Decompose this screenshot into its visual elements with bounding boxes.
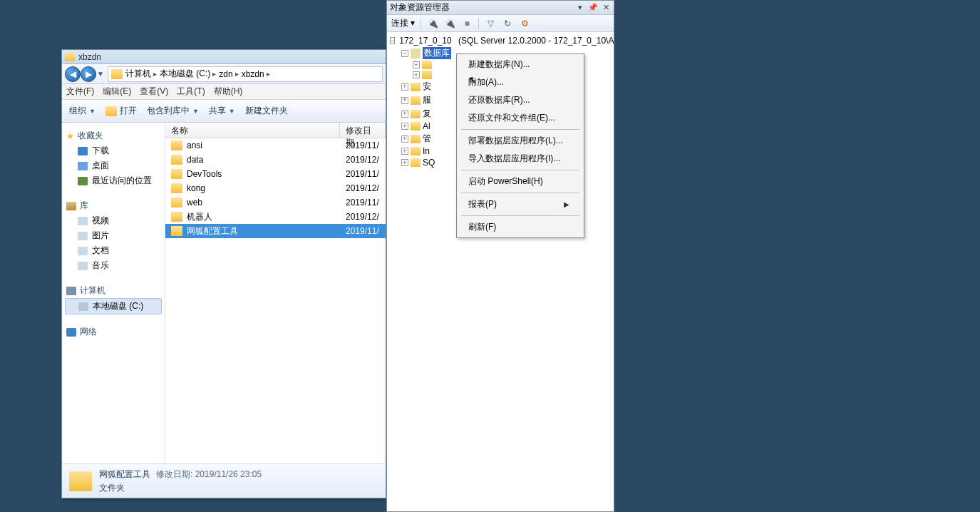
expand-icon[interactable]: + (413, 61, 420, 68)
sidebar-item-desktop[interactable]: 桌面 (65, 158, 162, 173)
expand-icon[interactable]: + (401, 148, 408, 155)
music-icon (78, 262, 88, 270)
tree-label: Al (423, 121, 430, 131)
separator (461, 193, 579, 193)
stop-icon[interactable]: ■ (461, 18, 473, 29)
close-icon[interactable]: ✕ (601, 3, 611, 13)
ctx-restore-files[interactable]: 还原文件和文件组(E)... (458, 109, 582, 127)
crumb[interactable]: zdn (219, 69, 232, 79)
include-button[interactable]: 包含到库中▼ (147, 105, 199, 117)
crumb[interactable]: 本地磁盘 (C:) (160, 68, 210, 80)
sidebar-item-video[interactable]: 视频 (65, 213, 162, 228)
column-modified[interactable]: 修改日期 (340, 123, 386, 138)
folder-icon (422, 61, 432, 69)
expand-icon[interactable]: + (401, 159, 408, 166)
collapse-icon[interactable]: − (390, 37, 395, 44)
status-name: 网狐配置工具 (99, 469, 150, 481)
sidebar-item-recent[interactable]: 最近访问的位置 (65, 173, 162, 188)
ctx-import[interactable]: 导入数据层应用程序(I)... (458, 150, 582, 168)
expand-icon[interactable]: + (401, 83, 408, 91)
address-bar[interactable]: 计算机▸ 本地磁盘 (C:)▸ zdn▸ xbzdn▸ (108, 66, 383, 82)
ctx-new-database[interactable]: 新建数据库(N)... (458, 56, 582, 73)
folder-icon (411, 122, 421, 130)
sidebar-computer[interactable]: 计算机 (65, 283, 162, 298)
collapse-icon[interactable]: − (401, 50, 408, 57)
crumb[interactable]: xbzdn (242, 69, 264, 79)
explorer-window: xbzdn ◀ ▶ ▼ 计算机▸ 本地磁盘 (C:)▸ zdn▸ xbzdn▸ … (61, 49, 386, 498)
file-row[interactable]: 机器人2019/12/ (165, 210, 386, 224)
sidebar-item-music[interactable]: 音乐 (65, 258, 162, 273)
expand-icon[interactable]: + (413, 71, 420, 78)
ctx-refresh[interactable]: 刷新(F) (458, 218, 582, 236)
expand-icon[interactable]: + (401, 123, 408, 130)
folder-icon (171, 212, 182, 222)
filter-icon[interactable]: ▽ (485, 18, 496, 29)
explorer-sidebar: ★收藏夹 下载 桌面 最近访问的位置 库 视频 图片 文档 音乐 计算机 本地磁… (62, 123, 165, 464)
file-row[interactable]: data2019/12/ (165, 153, 386, 167)
chevron-right-icon: ▸ (267, 70, 270, 78)
folder-icon (171, 155, 182, 165)
file-row[interactable]: ansi2019/11/ (165, 138, 386, 153)
sidebar-item-local-disk[interactable]: 本地磁盘 (C:) (65, 298, 162, 314)
expand-icon[interactable]: + (401, 135, 408, 143)
file-row[interactable]: 网狐配置工具2019/11/ (165, 224, 386, 238)
column-name[interactable]: 名称 (165, 123, 340, 138)
sidebar-network[interactable]: 网络 (65, 324, 162, 339)
server-node[interactable]: − 172_17_0_10 (SQL Server 12.0.2000 - 17… (388, 35, 612, 46)
ctx-deploy[interactable]: 部署数据层应用程序(L)... (458, 132, 582, 150)
sidebar-item-pictures[interactable]: 图片 (65, 228, 162, 243)
dropdown-icon[interactable]: ▾ (575, 3, 585, 13)
folder-icon (111, 69, 123, 79)
menu-view[interactable]: 查看(V) (140, 86, 168, 98)
tree-label: 管 (423, 133, 431, 145)
folder-icon (171, 140, 182, 150)
nav-history-dropdown[interactable]: ▼ (96, 66, 105, 82)
newfolder-button[interactable]: 新建文件夹 (245, 105, 288, 117)
menu-tools[interactable]: 工具(T) (177, 86, 205, 98)
separator (461, 215, 579, 216)
folder-icon (422, 71, 432, 79)
menu-edit[interactable]: 编辑(E) (103, 86, 131, 98)
download-icon (78, 147, 88, 155)
chevron-right-icon: ▸ (235, 70, 239, 78)
nav-back-button[interactable]: ◀ (65, 66, 81, 82)
expand-icon[interactable]: + (401, 97, 408, 104)
folder-icon (411, 83, 421, 91)
file-list: 名称 修改日期 ansi2019/11/data2019/12/DevTools… (165, 123, 386, 464)
share-button[interactable]: 共享▼ (209, 105, 235, 117)
file-name: web (187, 198, 202, 208)
file-name: data (187, 155, 203, 165)
picture-icon (78, 232, 88, 240)
explorer-titlebar[interactable]: xbzdn (62, 50, 386, 64)
file-row[interactable]: web2019/11/ (165, 195, 386, 210)
sidebar-favorites[interactable]: ★收藏夹 (65, 128, 162, 143)
crumb[interactable]: 计算机 (125, 68, 151, 80)
file-name: 网狐配置工具 (187, 225, 238, 237)
disconnect-icon[interactable]: 🔌 (444, 18, 455, 29)
ctx-powershell[interactable]: 启动 PowerShell(H) (458, 173, 582, 190)
sidebar-libraries[interactable]: 库 (65, 198, 162, 213)
object-explorer-titlebar[interactable]: 对象资源管理器 ▾ 📌 ✕ (387, 1, 614, 15)
properties-icon[interactable]: ⚙ (519, 18, 530, 29)
file-row[interactable]: DevTools2019/11/ (165, 167, 386, 181)
nav-forward-button[interactable]: ▶ (81, 66, 96, 82)
menu-help[interactable]: 帮助(H) (214, 86, 243, 98)
sidebar-item-documents[interactable]: 文档 (65, 243, 162, 258)
menu-file[interactable]: 文件(F) (66, 86, 94, 98)
open-button[interactable]: 打开 (105, 105, 137, 117)
folder-icon (411, 110, 421, 118)
connect-button[interactable]: 连接 ▾ (391, 17, 415, 29)
organize-button[interactable]: 组织▼ (69, 105, 96, 117)
ctx-attach[interactable]: 附加(A)... (458, 73, 582, 91)
connect-icon[interactable]: 🔌 (427, 18, 438, 29)
pin-icon[interactable]: 📌 (588, 3, 598, 13)
ctx-report[interactable]: 报表(P)▶ (458, 195, 582, 213)
ctx-restore-db[interactable]: 还原数据库(R)... (458, 91, 582, 109)
library-icon (66, 202, 76, 210)
file-date: 2019/12/ (340, 155, 386, 165)
file-row[interactable]: kong2019/12/ (165, 181, 386, 195)
refresh-icon[interactable]: ↻ (502, 18, 513, 29)
sidebar-item-downloads[interactable]: 下载 (65, 143, 162, 158)
expand-icon[interactable]: + (401, 111, 408, 118)
explorer-title: xbzdn (78, 52, 101, 62)
